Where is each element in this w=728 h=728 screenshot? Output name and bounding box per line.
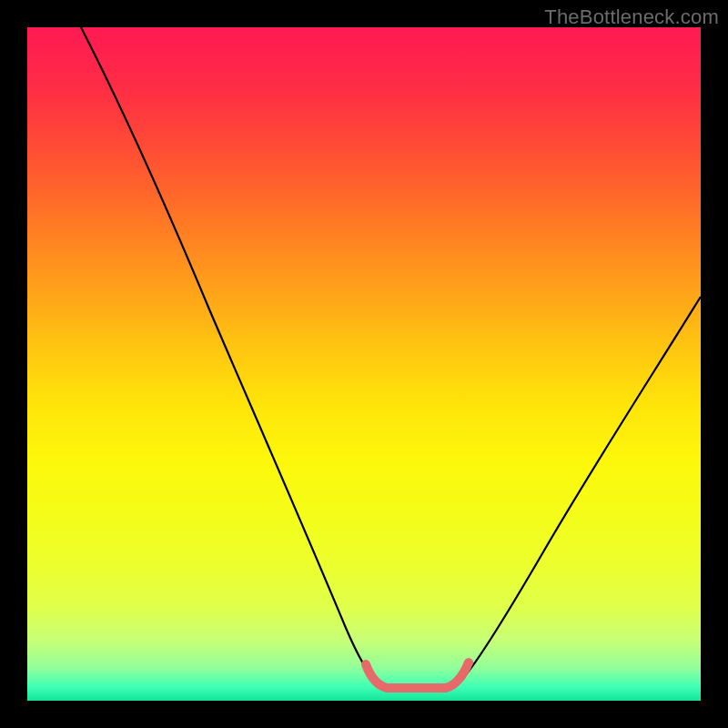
- watermark-text: TheBottleneck.com: [544, 5, 719, 29]
- chart-container: TheBottleneck.com: [0, 0, 728, 728]
- curve-layer: [27, 27, 701, 701]
- plot-area: [27, 27, 701, 701]
- optimal-zone-marker: [366, 662, 469, 688]
- bottleneck-curve: [81, 27, 701, 691]
